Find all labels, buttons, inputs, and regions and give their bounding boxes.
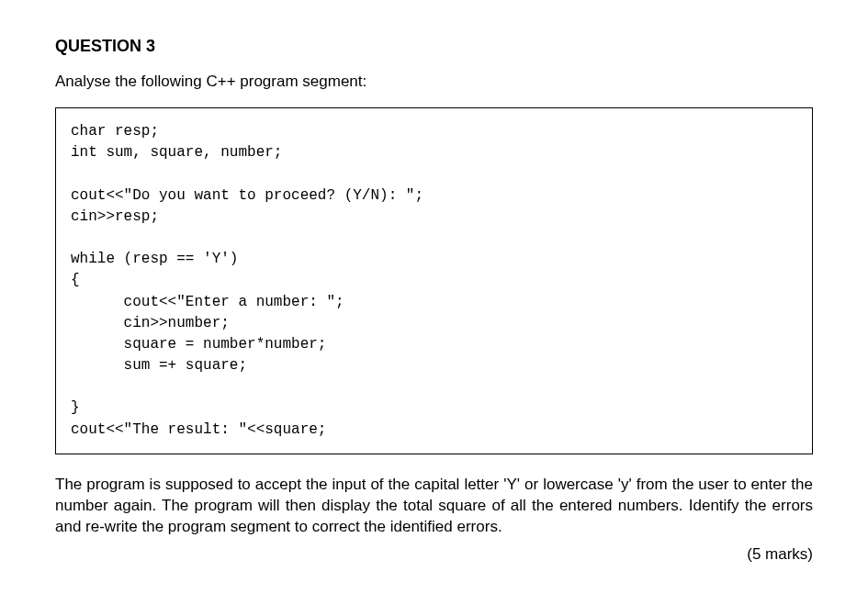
question-intro: Analyse the following C++ program segmen… <box>55 73 813 91</box>
question-marks: (5 marks) <box>55 545 813 564</box>
question-body: The program is supposed to accept the in… <box>55 475 813 538</box>
question-title: QUESTION 3 <box>55 37 813 56</box>
code-block: char resp; int sum, square, number; cout… <box>55 107 813 454</box>
